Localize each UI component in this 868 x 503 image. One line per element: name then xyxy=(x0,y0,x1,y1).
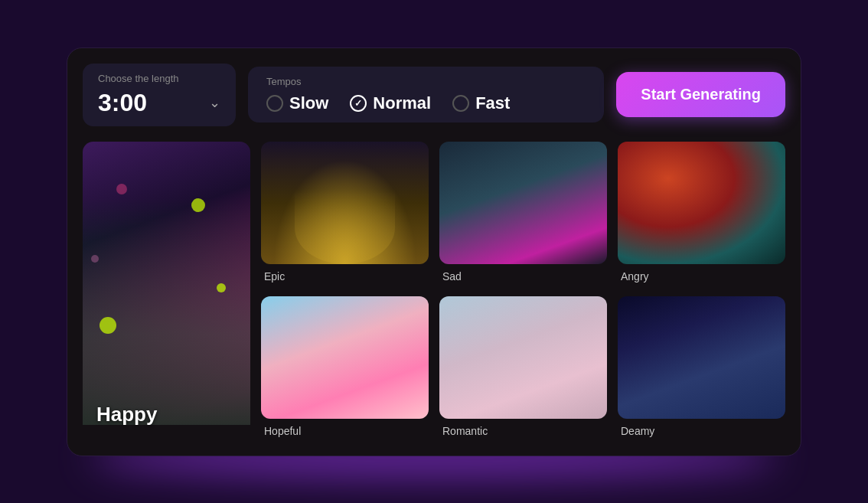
mood-label-epic: Epic xyxy=(261,264,429,286)
mood-card-sad[interactable]: Sad xyxy=(439,142,607,286)
mood-label-angry: Angry xyxy=(618,264,785,286)
tempo-slow-check: ✓ xyxy=(266,95,283,112)
angry-scene-image xyxy=(618,142,785,264)
epic-scene-image xyxy=(261,142,429,264)
sad-card-image-wrapper xyxy=(439,142,607,264)
mood-card-romantic[interactable]: Romantic xyxy=(439,296,607,440)
tempo-normal[interactable]: ✓ Normal xyxy=(350,93,431,113)
sad-scene-image xyxy=(439,142,607,264)
mood-grid: Happy Epic Sad Angry xyxy=(83,142,785,440)
top-bar: Choose the length 3:00 ⌄ Tempos ✓ Slow ✓ xyxy=(83,64,785,126)
epic-card-image-wrapper xyxy=(261,142,429,264)
tempo-slow[interactable]: ✓ Slow xyxy=(266,93,328,113)
bokeh-5 xyxy=(91,255,99,263)
tempo-slow-label: Slow xyxy=(289,93,328,113)
dreamy-card-image-wrapper xyxy=(618,296,785,419)
length-label: Choose the length xyxy=(98,73,220,84)
mood-label-hopeful: Hopeful xyxy=(261,419,429,440)
chevron-down-icon: ⌄ xyxy=(209,94,220,111)
mood-label-happy: Happy xyxy=(96,403,157,426)
dreamy-scene-image xyxy=(618,296,785,419)
app-wrapper: Choose the length 3:00 ⌄ Tempos ✓ Slow ✓ xyxy=(51,32,817,472)
tempo-options: ✓ Slow ✓ Normal ✓ Fast xyxy=(266,93,586,113)
angry-card-image-wrapper xyxy=(618,142,785,264)
mood-card-happy[interactable]: Happy xyxy=(83,142,250,440)
length-selector[interactable]: Choose the length 3:00 ⌄ xyxy=(83,64,236,126)
mood-label-dreamy: Deamy xyxy=(618,419,785,440)
mood-card-dreamy[interactable]: Deamy xyxy=(618,296,785,440)
hopeful-scene-image xyxy=(261,296,429,419)
tempo-fast[interactable]: ✓ Fast xyxy=(452,93,510,113)
mood-card-angry[interactable]: Angry xyxy=(618,142,785,286)
bokeh-4 xyxy=(116,184,127,194)
bokeh-3 xyxy=(100,317,116,334)
mood-label-sad: Sad xyxy=(439,264,607,286)
bokeh-2 xyxy=(217,283,226,292)
hopeful-card-image-wrapper xyxy=(261,296,429,419)
mood-card-epic[interactable]: Epic xyxy=(261,142,429,286)
mood-label-romantic: Romantic xyxy=(439,419,607,440)
tempo-fast-label: Fast xyxy=(475,93,510,113)
mood-card-hopeful[interactable]: Hopeful xyxy=(261,296,429,440)
romantic-scene-image xyxy=(439,296,607,419)
tempo-normal-label: Normal xyxy=(373,93,431,113)
length-value: 3:00 xyxy=(98,89,147,117)
length-value-row[interactable]: 3:00 ⌄ xyxy=(98,89,220,117)
tempo-normal-check: ✓ xyxy=(350,95,367,112)
tempo-label: Tempos xyxy=(266,76,586,87)
start-generating-button[interactable]: Start Generating xyxy=(616,72,785,117)
bokeh-1 xyxy=(191,198,205,212)
tempo-fast-check: ✓ xyxy=(452,95,469,112)
main-card: Choose the length 3:00 ⌄ Tempos ✓ Slow ✓ xyxy=(67,47,801,456)
tempo-selector: Tempos ✓ Slow ✓ Normal ✓ Fast xyxy=(248,67,604,122)
happy-scene-image xyxy=(83,142,250,425)
romantic-card-image-wrapper xyxy=(439,296,607,419)
